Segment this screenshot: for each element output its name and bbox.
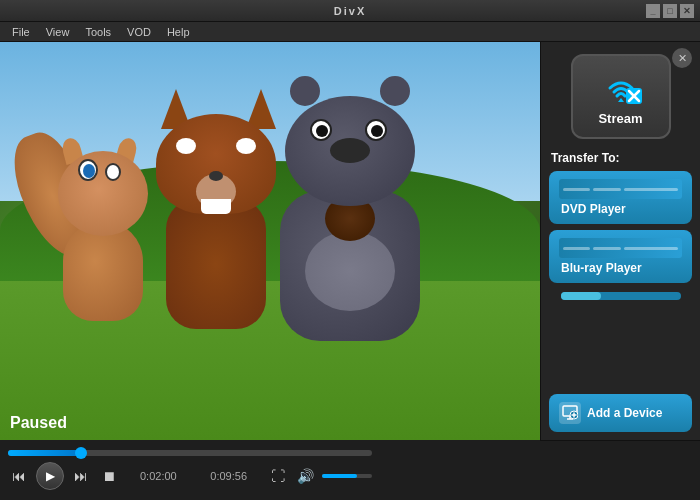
bottom-right-spacer xyxy=(540,440,700,500)
menu-file[interactable]: File xyxy=(4,22,38,41)
menubar: File View Tools VOD Help xyxy=(0,22,700,42)
controls-right: ⛶ 🔊 xyxy=(267,466,372,486)
dvd-label: DVD Player xyxy=(559,202,626,216)
squirrel-body xyxy=(63,221,143,321)
dvd-line-2 xyxy=(593,188,620,191)
fox-eye-right xyxy=(236,138,256,154)
bottom-controls: ⏮ ▶ ⏭ ⏹ 0:02:00 0:09:56 ⛶ 🔊 xyxy=(0,440,540,500)
dark-ear-left xyxy=(290,76,320,106)
minimize-button[interactable]: _ xyxy=(646,4,660,18)
dark-belly xyxy=(305,231,395,311)
squirrel-pupil-left xyxy=(83,164,95,178)
current-time: 0:02:00 0:09:56 xyxy=(126,470,261,482)
fox-nose xyxy=(209,171,223,181)
character-fox xyxy=(151,129,281,329)
menu-tools[interactable]: Tools xyxy=(77,22,119,41)
stream-wifi-icon xyxy=(600,68,642,104)
bluray-line-1 xyxy=(563,247,590,250)
progress-knob[interactable] xyxy=(75,447,87,459)
character-dark-animal xyxy=(270,121,430,341)
fox-teeth xyxy=(201,199,231,214)
squirrel-eye-right xyxy=(105,163,121,181)
device-bluray-button[interactable]: Blu-ray Player xyxy=(549,230,692,283)
progress-bar[interactable] xyxy=(8,450,372,456)
fullscreen-button[interactable]: ⛶ xyxy=(267,466,289,486)
fox-body xyxy=(166,199,266,329)
device-list: DVD Player Blu-ray Player xyxy=(541,171,700,390)
dvd-line-3 xyxy=(624,188,679,191)
dark-ear-right xyxy=(380,76,410,106)
paused-label: Paused xyxy=(10,414,67,432)
dark-pupil-left xyxy=(316,125,328,137)
play-pause-button[interactable]: ▶ xyxy=(36,462,64,490)
transfer-to-label: Transfer To: xyxy=(541,147,700,171)
time-current: 0:02:00 xyxy=(140,470,177,482)
titlebar-controls: _ □ ✕ xyxy=(646,4,694,18)
dark-pupil-right xyxy=(371,125,383,137)
dvd-icon-row xyxy=(559,179,682,199)
squirrel-eye-left xyxy=(78,159,98,181)
video-area: Paused xyxy=(0,42,540,440)
scroll-bar xyxy=(561,292,681,300)
menu-vod[interactable]: VOD xyxy=(119,22,159,41)
titlebar: DivX _ □ ✕ xyxy=(0,0,700,22)
device-dvd-button[interactable]: DVD Player xyxy=(549,171,692,224)
volume-bar[interactable] xyxy=(322,474,372,478)
time-total: 0:09:56 xyxy=(210,470,247,482)
close-button[interactable]: ✕ xyxy=(680,4,694,18)
dark-eye-left xyxy=(310,119,332,141)
scroll-thumb xyxy=(561,292,601,300)
menu-view[interactable]: View xyxy=(38,22,78,41)
stream-label: Stream xyxy=(598,111,642,126)
bluray-label: Blu-ray Player xyxy=(559,261,642,275)
bluray-line-2 xyxy=(593,247,620,250)
character-squirrel xyxy=(43,161,163,321)
dark-nose xyxy=(330,138,370,163)
right-panel: ✕ Stream Transfer To: xyxy=(540,42,700,440)
volume-fill xyxy=(322,474,357,478)
video-frame xyxy=(0,42,540,440)
bluray-line-3 xyxy=(624,247,679,250)
bluray-icon-row xyxy=(559,238,682,258)
add-device-label: Add a Device xyxy=(587,406,662,420)
squirrel-head xyxy=(58,151,148,236)
stream-icon-wrapper xyxy=(599,67,643,105)
stream-button[interactable]: Stream xyxy=(571,54,671,139)
maximize-button[interactable]: □ xyxy=(663,4,677,18)
fox-eye-left xyxy=(176,138,196,154)
progress-fill xyxy=(8,450,81,456)
main-content: Paused ✕ Stream Transfer xyxy=(0,42,700,440)
volume-button[interactable]: 🔊 xyxy=(293,466,318,486)
add-device-icon xyxy=(559,402,581,424)
titlebar-title: DivX xyxy=(334,5,366,17)
dvd-line-1 xyxy=(563,188,590,191)
next-button[interactable]: ⏭ xyxy=(70,466,92,486)
stop-button[interactable]: ⏹ xyxy=(98,466,120,486)
add-device-button[interactable]: Add a Device xyxy=(549,394,692,432)
monitor-icon xyxy=(562,405,578,421)
menu-help[interactable]: Help xyxy=(159,22,198,41)
panel-close-button[interactable]: ✕ xyxy=(672,48,692,68)
dark-eye-right xyxy=(365,119,387,141)
scroll-indicator xyxy=(549,289,692,303)
bottom-area: ⏮ ▶ ⏭ ⏹ 0:02:00 0:09:56 ⛶ 🔊 xyxy=(0,440,700,500)
controls-row: ⏮ ▶ ⏭ ⏹ 0:02:00 0:09:56 ⛶ 🔊 xyxy=(8,462,372,490)
prev-button[interactable]: ⏮ xyxy=(8,466,30,486)
